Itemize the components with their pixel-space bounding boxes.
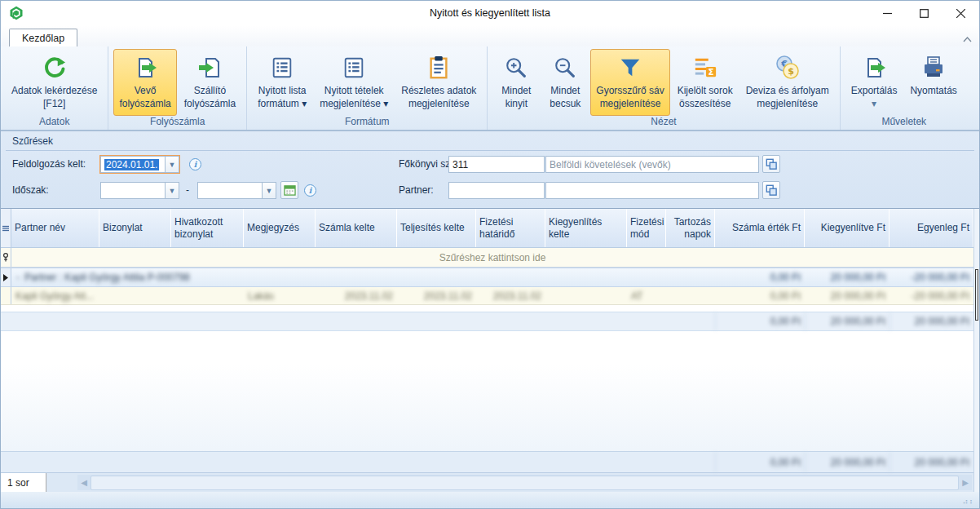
print-button[interactable]: Nyomtatás: [904, 49, 962, 116]
grid-filter-row[interactable]: Szűréshez kattintson ide: [1, 248, 973, 268]
svg-text:Σ: Σ: [708, 67, 713, 77]
ribbon-group-formatum: Nyitott lista formátum ▾ Nyitott tételek…: [247, 46, 488, 130]
column-header-szamla-kelte[interactable]: Számla kelte: [316, 209, 397, 247]
vertical-scrollbar[interactable]: [973, 209, 979, 492]
detailed-data-icon: [426, 53, 451, 82]
expand-all-button[interactable]: Mindet kinyit: [492, 49, 540, 116]
sum-selected-icon: Σ: [693, 53, 717, 82]
partner-lookup-button[interactable]: [762, 181, 780, 199]
gl-lookup-button[interactable]: [762, 155, 780, 173]
detail-partner: Kapli György Att...: [11, 287, 99, 304]
column-header-kiegyenlitve[interactable]: Kiegyenlítve Ft: [805, 209, 890, 247]
info-icon: i: [189, 158, 201, 170]
subtotal-egyenleg: 20 000,00 Ft: [890, 312, 973, 330]
row-menu-icon[interactable]: [1, 209, 11, 247]
group-szamla-ertek: 0,00 Ft: [715, 268, 805, 286]
row-marker-icon: [1, 268, 11, 286]
period-to-dropdown-icon[interactable]: ▼: [262, 183, 276, 198]
detailed-data-button[interactable]: Részletes adatok megjelenítése: [395, 49, 482, 116]
resize-grip[interactable]: ⠴⠆: [962, 497, 976, 506]
customer-ledger-icon: [132, 53, 158, 82]
partner-name-input[interactable]: [545, 182, 759, 199]
column-header-kiegyenlites-kelte[interactable]: Kiegyenlítés kelte: [545, 209, 627, 247]
lookup-icon: [766, 184, 777, 196]
period-to-input[interactable]: ▼: [197, 182, 276, 199]
collapse-all-icon: [553, 53, 577, 82]
group-row[interactable]: - Partner : Kapli György Attila P-000798…: [1, 268, 973, 287]
total-kiegyenlitve: 20 000,00 Ft: [805, 452, 890, 472]
column-header-egyenleg[interactable]: Egyenleg Ft: [890, 209, 973, 247]
column-header-hivatkozott-bizonylat[interactable]: Hivatkozott bizonylat: [171, 209, 244, 247]
info-icon: i: [304, 184, 316, 197]
group-egyenleg: -20 000,00 Ft: [890, 268, 973, 286]
ribbon-group-nezet: Mindet kinyit Mindet becsuk Gyorsszűrő s…: [488, 46, 840, 130]
horizontal-scrollbar[interactable]: ◀ ▶: [77, 475, 972, 490]
grid-empty-area: [1, 331, 973, 451]
processing-date-label: Feldolgozás kelt:: [12, 156, 86, 173]
group-expander[interactable]: -: [16, 272, 20, 283]
detail-egyenleg: -20 000,00 Ft: [890, 287, 973, 304]
total-szamla-ertek: 0,00 Ft: [715, 452, 805, 472]
export-button[interactable]: Exportálás ▾: [845, 49, 903, 116]
data-grid: Partner név Bizonylat Hivatkozott bizony…: [1, 208, 979, 492]
sum-selected-rows-button[interactable]: Σ Kijelölt sorok összesítése: [672, 49, 739, 116]
pin-icon[interactable]: [1, 248, 11, 267]
processing-date-input[interactable]: 2024.01.01. ▼: [100, 156, 179, 173]
subtotal-kiegyenlitve: 20 000,00 Ft: [805, 312, 890, 330]
column-header-bizonylat[interactable]: Bizonylat: [99, 209, 171, 247]
column-header-teljesites-kelte[interactable]: Teljesítés kelte: [397, 209, 476, 247]
collapse-all-button[interactable]: Mindet becsuk: [541, 49, 589, 116]
group-label-adatok: Adatok: [2, 116, 106, 130]
horizontal-scrollbar-thumb[interactable]: [90, 476, 959, 490]
vertical-scrollbar-thumb[interactable]: [975, 269, 978, 321]
filter-row-hint: Szűréshez kattintson ide: [11, 248, 973, 267]
gl-name-input[interactable]: Belföldi követelések (vevők): [545, 156, 759, 173]
group-subtotal-row: 0,00 Ft 20 000,00 Ft 20 000,00 Ft: [1, 312, 973, 331]
column-header-tartozas-napok[interactable]: Tartozás napok: [666, 209, 715, 247]
column-header-fizetesi-mod[interactable]: Fizetési mód: [627, 209, 666, 247]
query-data-button[interactable]: Adatok lekérdezése [F12]: [6, 49, 103, 116]
print-icon: [920, 53, 947, 82]
currency-rates-button[interactable]: €$ Deviza és árfolyam megjelenítése: [740, 49, 835, 116]
detail-row[interactable]: Kapli György Att... Lakás 2023.11.02 202…: [1, 287, 973, 305]
period-from-dropdown-icon[interactable]: ▼: [165, 183, 179, 198]
customer-ledger-button[interactable]: Vevő folyószámla: [113, 49, 176, 116]
group-label-muveletek: Műveletek: [842, 116, 966, 130]
ribbon-group-folyoszamla: Vevő folyószámla Szállító folyószámla Fo…: [108, 46, 247, 130]
window-bottom-frame: ⠴⠆: [1, 492, 979, 508]
subtotal-szamla-ertek: 0,00 Ft: [715, 312, 805, 330]
scroll-left-icon[interactable]: ◀: [77, 478, 90, 487]
open-list-format-button[interactable]: Nyitott lista formátum ▾: [252, 49, 312, 116]
detail-fizetesi-hatarido: 2023.11.02: [476, 287, 545, 304]
quick-filter-bar-button[interactable]: Gyorsszűrő sáv megjelenítése: [590, 49, 669, 116]
processing-date-dropdown-icon[interactable]: ▼: [165, 157, 179, 172]
export-icon: [861, 53, 887, 82]
refresh-icon: [42, 53, 67, 82]
group-row-text: Partner : Kapli György Attila P-000798: [24, 272, 190, 283]
group-kiegyenlitve: 20 000,00 Ft: [805, 268, 890, 286]
column-header-fizetesi-hatarido[interactable]: Fizetési határidő: [476, 209, 545, 247]
collapse-ribbon-icon[interactable]: [962, 35, 973, 43]
tab-kezdolap[interactable]: Kezdőlap: [9, 29, 77, 46]
ribbon-tab-strip: Kezdőlap: [1, 25, 979, 46]
quick-filter-icon: [618, 53, 642, 82]
column-header-partner-nev[interactable]: Partner név: [11, 209, 99, 247]
title-bar: Nyitott és kiegyenlített lista: [1, 1, 979, 25]
filters-panel: Szűrések Feldolgozás kelt: 2024.01.01. ▼…: [1, 131, 979, 208]
app-window: Nyitott és kiegyenlített lista Kezdőlap: [0, 0, 980, 509]
column-header-megjegyzes[interactable]: Megjegyzés: [244, 209, 316, 247]
group-label-folyoszamla: Folyószámla: [110, 116, 245, 130]
partner-code-input[interactable]: [448, 182, 545, 199]
calendar-button[interactable]: [280, 181, 298, 199]
window-title: Nyitott és kiegyenlített lista: [1, 7, 979, 19]
period-from-input[interactable]: ▼: [100, 182, 179, 199]
supplier-ledger-button[interactable]: Szállító folyószámla: [179, 49, 241, 116]
open-items-display-button[interactable]: Nyitott tételek megjelenítése ▾: [314, 49, 394, 116]
gl-number-input[interactable]: 311: [448, 156, 545, 173]
scroll-right-icon[interactable]: ▶: [959, 478, 972, 487]
group-label-nezet: Nézet: [489, 116, 837, 130]
grid-status-bar: 1 sor ◀ ▶: [1, 472, 973, 492]
open-items-icon: [342, 53, 366, 82]
detail-teljesites-kelte: 2023.11.02: [397, 287, 476, 304]
column-header-szamla-ertek[interactable]: Számla érték Ft: [715, 209, 805, 247]
